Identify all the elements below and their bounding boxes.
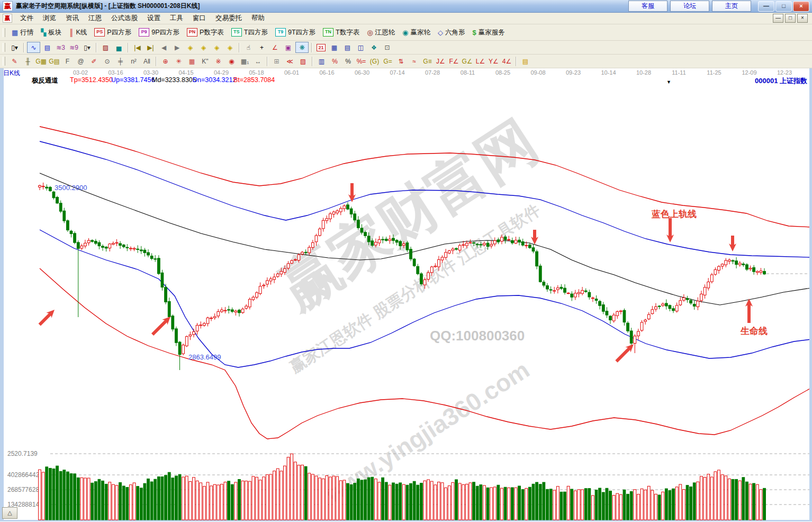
j-rays-icon[interactable]: J∠	[435, 56, 447, 67]
speed-rays-icon[interactable]: ≪	[284, 56, 296, 67]
quotes-button[interactable]: ▦行情	[8, 27, 37, 38]
sectors-button[interactable]: ▚板块	[37, 27, 65, 38]
tick-ruler-icon[interactable]: ╪	[114, 56, 127, 67]
target-cross-icon[interactable]: ⊕	[159, 56, 172, 67]
si-rays-icon[interactable]: 4∠	[501, 56, 513, 67]
highlight-region-icon[interactable]: ▨	[100, 42, 112, 53]
menu-工具[interactable]: 工具	[165, 13, 188, 24]
wave-9-icon[interactable]: ≋9	[68, 42, 80, 53]
child-minimize-button[interactable]: —	[773, 14, 783, 23]
k-prime-icon[interactable]: K"	[199, 56, 211, 67]
menu-江恩[interactable]: 江恩	[84, 13, 106, 24]
menu-文件[interactable]: 文件	[15, 13, 38, 24]
forum-button[interactable]: 论坛	[670, 1, 709, 12]
corner-triangle-button[interactable]: △	[2, 507, 17, 519]
percent-icon[interactable]: %	[342, 56, 354, 67]
child-restore-button[interactable]: □	[785, 14, 796, 23]
calculator-icon[interactable]: ▦	[328, 42, 340, 53]
wave-band-icon[interactable]: ≈	[408, 56, 420, 67]
shift-left-diamond-icon[interactable]: ◈	[184, 42, 196, 53]
homepage-button[interactable]: 主页	[712, 1, 751, 12]
compress-diamond-icon[interactable]: ◈	[211, 42, 223, 53]
go-prev-icon[interactable]: ◀	[158, 42, 170, 53]
ying-grid-icon[interactable]: ◉	[225, 56, 238, 67]
winner-wheel-button[interactable]: ◉赢家轮	[399, 27, 434, 38]
go-last-icon[interactable]: ▶|	[145, 42, 157, 53]
crosshair-icon[interactable]: +	[256, 42, 268, 53]
info-panel-icon[interactable]: ▤	[41, 42, 53, 53]
lian-rays-icon[interactable]: L∠	[474, 56, 486, 67]
shade-box-icon[interactable]: ▨	[297, 56, 309, 67]
shift-right-diamond-icon[interactable]: ◈	[197, 42, 210, 53]
flag-pen-icon[interactable]: ⇅	[395, 56, 407, 67]
shen-grid-icon[interactable]: ※	[212, 56, 224, 67]
width-measure-icon[interactable]: ↔	[252, 56, 264, 67]
menu-浏览[interactable]: 浏览	[38, 13, 61, 24]
menu-设置[interactable]: 设置	[142, 13, 165, 24]
hand-drag-icon[interactable]: ☝	[242, 42, 255, 53]
gann-box-tool-icon[interactable]: ▣	[282, 42, 294, 53]
spiral-icon[interactable]: @	[75, 56, 87, 67]
time-wheel-icon[interactable]: ⊙	[101, 56, 113, 67]
mirror-tool-icon[interactable]: A‖	[141, 56, 153, 67]
panel-frame-icon[interactable]: ⊞	[270, 56, 283, 67]
star-burst-icon[interactable]: ✳	[173, 56, 185, 67]
percent-levels-icon[interactable]: %=	[355, 56, 367, 67]
gold-grid-1-icon[interactable]: G▦	[35, 56, 47, 67]
menu-窗口[interactable]: 窗口	[188, 13, 211, 24]
gold-grid-2-icon[interactable]: G▤	[48, 56, 60, 67]
stats-panel-icon[interactable]: ▥	[315, 56, 328, 67]
net-grid-icon[interactable]: ▦	[186, 56, 198, 67]
single-candle-menu-icon[interactable]: ▯▾	[81, 42, 93, 53]
kline-chart-canvas[interactable]: 赢家财富网赢家江恩软件 股票分析软件 江恩工具软件www.yingjia360.…	[0, 86, 812, 520]
save-disk-icon[interactable]: ◫	[355, 42, 367, 53]
hexagon-button[interactable]: ◇六角形	[434, 27, 469, 38]
menu-交易委托[interactable]: 交易委托	[211, 13, 247, 24]
menu-资讯[interactable]: 资讯	[61, 13, 84, 24]
gold-circle-icon[interactable]: (G)	[368, 56, 381, 67]
angle-measure-icon[interactable]: ∠	[269, 42, 281, 53]
kline-style-menu-icon[interactable]: ▯▾	[8, 42, 21, 53]
kline-button[interactable]: ║K线	[65, 27, 91, 38]
time-grid-icon[interactable]: ╫	[22, 56, 34, 67]
t-square-button[interactable]: TST四方形	[228, 27, 272, 38]
printer-icon[interactable]: ⊡	[381, 42, 393, 53]
n-squared-icon[interactable]: n²	[128, 56, 140, 67]
service-button[interactable]: 客服	[628, 1, 667, 12]
t-number-table-button[interactable]: TNT数字表	[319, 27, 363, 38]
close-button[interactable]: ×	[793, 1, 809, 12]
p-number-table-button[interactable]: PNP数字表	[183, 27, 228, 38]
restore-button[interactable]: □	[775, 1, 792, 12]
ying-rays-icon[interactable]: Y∠	[488, 56, 500, 67]
scroll-position-marker[interactable]: ▼	[666, 79, 671, 85]
trend-outline-icon[interactable]: ∿	[27, 42, 40, 53]
gold-levels-icon[interactable]: G=	[382, 56, 394, 67]
wave-3-icon[interactable]: ≋3	[55, 42, 67, 53]
minimize-button[interactable]: —	[758, 1, 774, 12]
menu-帮助[interactable]: 帮助	[247, 13, 269, 24]
net-save-icon[interactable]: ❖	[368, 42, 380, 53]
winner-service-button[interactable]: $赢家服务	[468, 27, 508, 38]
volume-profile-icon[interactable]: ▅	[113, 42, 125, 53]
go-next-icon[interactable]: ▶	[171, 42, 183, 53]
pencil-draw-icon[interactable]: ✎	[8, 56, 21, 67]
gold-band-icon[interactable]: G≡	[421, 56, 434, 67]
gold-rays-icon[interactable]: G∠	[461, 56, 473, 67]
gann-wheel-button[interactable]: ◎江恩轮	[363, 27, 399, 38]
f-ruler-icon[interactable]: F	[61, 56, 74, 67]
percent-change-icon[interactable]: %	[329, 56, 341, 67]
grid-123-icon[interactable]: ▦₁	[239, 56, 251, 67]
expand-diamond-icon[interactable]: ◈	[224, 42, 236, 53]
p-square-button[interactable]: PSP四方形	[91, 27, 135, 38]
go-first-icon[interactable]: |◀	[131, 42, 143, 53]
9p-square-button[interactable]: P99P四方形	[135, 27, 183, 38]
f-rays-icon[interactable]: F∠	[448, 56, 460, 67]
smart-analysis-icon[interactable]: ❋	[295, 42, 309, 53]
menu-公式选股[interactable]: 公式选股	[106, 13, 142, 24]
9t-square-button[interactable]: T99T四方形	[272, 27, 319, 38]
yellow-panel-icon[interactable]: ▤	[519, 56, 531, 67]
calendar-icon[interactable]: 21	[315, 42, 327, 53]
report-pad-icon[interactable]: ▤	[341, 42, 354, 53]
marker-pen-icon[interactable]: ✐	[88, 56, 100, 67]
child-close-button[interactable]: ×	[797, 14, 808, 23]
